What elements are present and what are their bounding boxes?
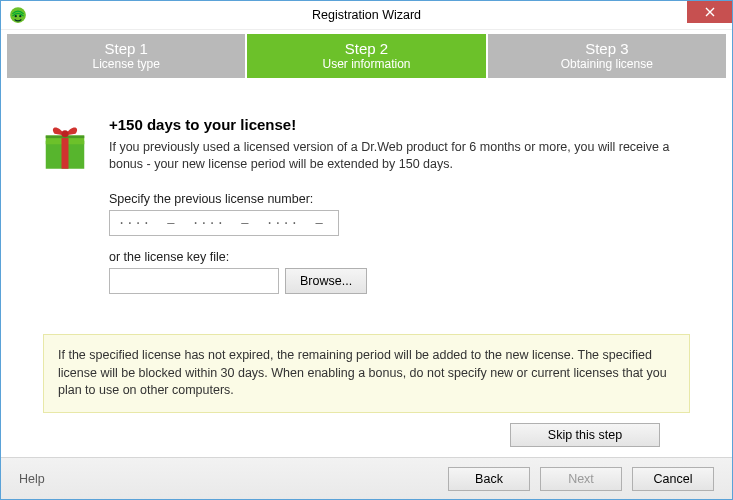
- svg-rect-5: [62, 136, 69, 169]
- close-icon: [705, 5, 715, 20]
- next-button: Next: [540, 467, 622, 491]
- prev-license-label: Specify the previous license number:: [109, 192, 696, 206]
- registration-wizard-window: Registration Wizard Step 1 License type …: [0, 0, 733, 500]
- step-bar: Step 1 License type Step 2 User informat…: [1, 30, 732, 80]
- step-number: Step 1: [104, 40, 147, 57]
- window-title: Registration Wizard: [1, 8, 732, 22]
- svg-point-1: [15, 15, 17, 17]
- step-subtitle: User information: [322, 58, 410, 72]
- prev-license-input[interactable]: [109, 210, 339, 236]
- footer: Help Back Next Cancel: [1, 457, 732, 499]
- bonus-form: Specify the previous license number: or …: [109, 192, 696, 294]
- svg-point-2: [19, 15, 21, 17]
- app-icon: [9, 6, 27, 24]
- promo-body: If you previously used a licensed versio…: [109, 139, 696, 173]
- keyfile-input[interactable]: [109, 268, 279, 294]
- promo-headline: +150 days to your license!: [109, 116, 696, 133]
- svg-point-7: [62, 130, 69, 137]
- promo-block: +150 days to your license! If you previo…: [37, 116, 696, 174]
- step-number: Step 3: [585, 40, 628, 57]
- back-button[interactable]: Back: [448, 467, 530, 491]
- step-1[interactable]: Step 1 License type: [7, 34, 245, 78]
- help-link[interactable]: Help: [19, 472, 45, 486]
- promo-text: +150 days to your license! If you previo…: [109, 116, 696, 173]
- info-note: If the specified license has not expired…: [43, 334, 690, 413]
- content-area: +150 days to your license! If you previo…: [1, 80, 732, 457]
- step-number: Step 2: [345, 40, 388, 57]
- skip-button[interactable]: Skip this step: [510, 423, 660, 447]
- keyfile-label: or the license key file:: [109, 250, 696, 264]
- gift-icon: [37, 118, 93, 174]
- step-2[interactable]: Step 2 User information: [247, 34, 485, 78]
- titlebar: Registration Wizard: [1, 1, 732, 30]
- cancel-button[interactable]: Cancel: [632, 467, 714, 491]
- step-subtitle: Obtaining license: [561, 58, 653, 72]
- step-subtitle: License type: [92, 58, 159, 72]
- step-3[interactable]: Step 3 Obtaining license: [488, 34, 726, 78]
- browse-button[interactable]: Browse...: [285, 268, 367, 294]
- close-button[interactable]: [687, 1, 732, 23]
